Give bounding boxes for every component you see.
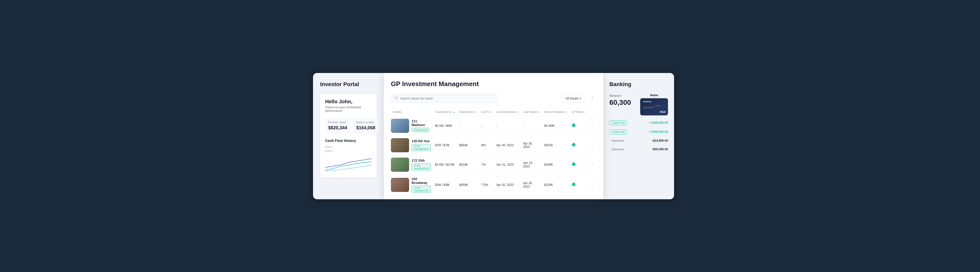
balance-value: 60,300 xyxy=(609,98,631,107)
deal-coc: 7.5% xyxy=(479,174,494,195)
deal-lp-portal xyxy=(570,116,588,135)
cash-flow-chart xyxy=(325,152,372,172)
col-account-balance[interactable]: Account Balance ▾ xyxy=(542,108,570,116)
table-row: 172 15th Under management $3.5M / $3.5M … xyxy=(391,155,596,174)
deal-account-balance: $189K xyxy=(542,155,570,174)
cash-flow-title: Cash Flow History xyxy=(325,139,372,143)
row-more-icon[interactable]: ⋮ xyxy=(590,162,594,167)
table-row: 220 Broadway Under management $3M / $3M … xyxy=(391,174,596,195)
transaction-row: Distribution -$50,300.00 xyxy=(609,146,668,153)
deal-account-balance: $4.45M xyxy=(542,116,570,135)
deal-contributions: $3.5M / $3.5M xyxy=(433,155,457,174)
deal-image xyxy=(391,178,409,192)
filter-dropdown[interactable]: All Deals ▾ xyxy=(562,94,585,103)
portfolio-label: Portfolio Value xyxy=(328,121,347,124)
deal-row-more[interactable]: ⋮ xyxy=(588,155,596,174)
wallet-card-container: Wallet covercy .... .... .... 2561 JOHN … xyxy=(640,94,668,115)
deal-account-balance: $126K xyxy=(542,174,570,195)
search-icon xyxy=(395,96,398,101)
investor-portal-title: Investor Portal xyxy=(320,81,377,88)
deal-distributions: $560K xyxy=(457,135,479,155)
deal-image-cell: 172 15th Under management xyxy=(391,155,433,174)
filter-label: All Deals xyxy=(566,96,579,100)
table-header: Details Contributions ▲ Distributions ▾ … xyxy=(391,108,596,116)
deal-lp-portal xyxy=(570,135,588,155)
balance-label: Balance xyxy=(609,94,631,98)
txn-amount: + $300,000.00 xyxy=(649,130,668,134)
col-coc[interactable]: CoC% ▾ xyxy=(479,108,494,116)
deal-account-balance: $352K xyxy=(542,135,570,155)
row-more-icon[interactable]: ⋮ xyxy=(590,123,594,128)
deal-image-cell: 111 Madison Fundraising xyxy=(391,116,433,135)
deal-coc: 7% xyxy=(479,155,494,174)
deal-distributions: $450K xyxy=(457,174,479,195)
return-label: Return to date xyxy=(356,121,375,124)
col-contributions[interactable]: Contributions ▲ xyxy=(433,108,457,116)
txn-type-badge: Distribution xyxy=(609,147,626,152)
deal-row-more[interactable]: ⋮ xyxy=(588,116,596,135)
lp-portal-dot xyxy=(572,143,576,147)
col-last-report[interactable]: Last Report ▾ xyxy=(521,108,542,116)
credit-card: covercy .... .... .... 2561 JOHN SMITH V… xyxy=(640,98,668,115)
center-title: GP Investment Management xyxy=(391,80,596,88)
txn-type-badge: Capital Call xyxy=(609,130,627,134)
screen-wrapper: Investor Portal Hello John, Check out yo… xyxy=(313,73,667,199)
more-options-button[interactable]: ⋮ xyxy=(588,94,596,102)
search-wrapper[interactable] xyxy=(391,94,497,103)
deal-name: 220 Broadway xyxy=(412,177,431,185)
txn-amount: -$50,300.00 xyxy=(652,147,668,151)
return-box: Return to date $164,068 xyxy=(353,118,378,134)
col-last-distribution[interactable]: Last Distribution ▾ xyxy=(494,108,521,116)
row-more-icon[interactable]: ⋮ xyxy=(590,143,594,147)
investor-card: Hello John, Check out your investment pe… xyxy=(320,94,377,177)
deal-lp-portal xyxy=(570,174,588,195)
deal-name: 172 15th xyxy=(412,159,431,162)
deal-distributions: - xyxy=(457,116,479,135)
svg-line-1 xyxy=(397,98,398,100)
deal-image xyxy=(391,119,409,133)
deal-badge: Fundraising xyxy=(412,128,429,132)
deal-last-distribution: - xyxy=(494,116,521,135)
col-details: Details xyxy=(391,108,433,116)
deal-coc: 8% xyxy=(479,135,494,155)
deal-contributions: $4.5M / $6M xyxy=(433,116,457,135)
txn-amount: -$24,900.00 xyxy=(652,139,668,142)
deal-row-more[interactable]: ⋮ xyxy=(588,174,596,195)
chart-label-200k: $200 k xyxy=(325,150,372,152)
row-more-icon[interactable]: ⋮ xyxy=(590,183,594,187)
deal-badge: Under management xyxy=(412,144,431,151)
table-row: 130 5th Ave Under management $7M / $7M $… xyxy=(391,135,596,155)
chart-labels: $300 k $200 k xyxy=(325,146,372,152)
card-number: .... .... .... 2561 xyxy=(643,104,665,107)
portfolio-value-box: Portfolio Value $820,344 xyxy=(325,118,350,134)
col-actions xyxy=(588,108,596,116)
txn-amount: + $250,600.00 xyxy=(649,121,668,125)
deal-distributions: $318K xyxy=(457,155,479,174)
deal-image-cell: 130 5th Ave Under management xyxy=(391,135,433,155)
deal-last-report: Apr 30, 2023 xyxy=(521,135,542,155)
deal-image xyxy=(391,138,409,152)
search-input[interactable] xyxy=(400,96,493,100)
deal-badge: Under management xyxy=(412,163,431,171)
card-owner: JOHN SMITH xyxy=(643,107,665,109)
deal-last-report: - xyxy=(521,116,542,135)
greeting-subtitle: Check out your investment performance xyxy=(325,106,372,113)
banking-title: Banking xyxy=(609,81,668,88)
deal-name: 130 5th Ave xyxy=(412,139,431,143)
col-lp-portal[interactable]: LP Portal ▾ xyxy=(570,108,588,116)
wallet-label: Wallet xyxy=(640,94,668,97)
transaction-row: Distribution -$24,900.00 xyxy=(609,138,668,144)
balance-section: Balance 60,300 xyxy=(609,94,631,107)
deal-coc: - xyxy=(479,116,494,135)
deal-name: 111 Madison xyxy=(412,119,431,127)
wallet-section: Balance 60,300 Wallet covercy .... .... … xyxy=(609,94,668,115)
deal-row-more[interactable]: ⋮ xyxy=(588,135,596,155)
left-panel: Investor Portal Hello John, Check out yo… xyxy=(313,73,384,199)
metrics-row: Portfolio Value $820,344 Return to date … xyxy=(325,118,372,134)
col-distributions[interactable]: Distributions ▾ xyxy=(457,108,479,116)
deal-last-distribution: Jan 31, 2023 xyxy=(494,155,521,174)
deal-last-report: Jan 15, 2023 xyxy=(521,155,542,174)
lp-portal-dot xyxy=(572,123,576,127)
card-brand: covercy xyxy=(643,100,665,103)
deal-last-distribution: Apr 30, 2023 xyxy=(494,174,521,195)
